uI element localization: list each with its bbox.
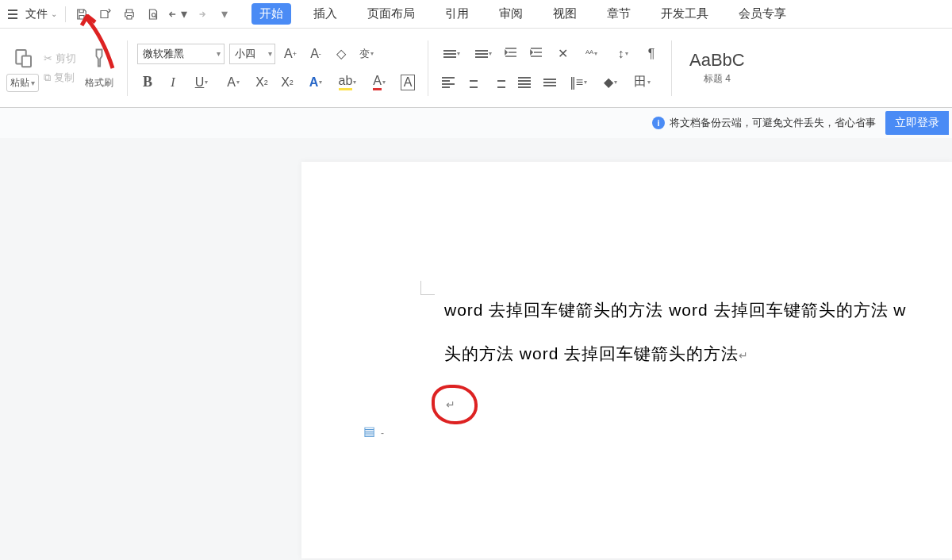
shrink-font-button[interactable]: A-: [305, 44, 326, 64]
paragraph-mark-icon: ↵: [739, 349, 749, 362]
document-area: word 去掉回车键箭头的方法 word 去掉回车键箭头的方法 w 头的方法 w…: [0, 138, 952, 560]
bullets-button[interactable]: ▾: [438, 44, 465, 64]
page-action-icon[interactable]: ▤: [363, 424, 375, 439]
undo-icon[interactable]: ▾: [166, 3, 188, 25]
separator: [671, 40, 672, 96]
char-border-button[interactable]: A: [397, 72, 418, 93]
align-left-button[interactable]: [438, 72, 459, 93]
italic-button[interactable]: I: [163, 72, 183, 93]
document-line-1: word 去掉回车键箭头的方法 word 去掉回车键箭头的方法 w: [444, 289, 936, 332]
paste-button[interactable]: 粘贴▾: [6, 74, 39, 92]
login-button[interactable]: 立即登录: [885, 111, 949, 135]
text-effects-button[interactable]: A▾: [302, 72, 329, 93]
font-size-select[interactable]: 小四▾: [229, 44, 275, 64]
file-menu[interactable]: 文件⌄: [22, 6, 60, 23]
style-heading4[interactable]: AaBbC 标题 4: [689, 50, 745, 86]
clear-format-button[interactable]: ◇: [331, 44, 351, 64]
tab-insert[interactable]: 插入: [305, 3, 345, 25]
format-painter-button[interactable]: 格式刷: [81, 74, 117, 92]
save-as-icon[interactable]: [94, 3, 117, 25]
align-justify-button[interactable]: [514, 72, 535, 93]
increase-indent-button[interactable]: [527, 44, 547, 64]
grow-font-button[interactable]: A+: [280, 44, 301, 64]
tab-references[interactable]: 引用: [437, 3, 477, 25]
distribute-button[interactable]: [539, 72, 560, 93]
info-icon: i: [652, 117, 665, 129]
phonetic-guide-button[interactable]: 变▾: [356, 44, 377, 64]
chevron-down-icon: ⌄: [51, 10, 57, 18]
separator: [65, 6, 66, 22]
sort-button[interactable]: ✕: [552, 44, 573, 64]
document-page[interactable]: word 去掉回车键箭头的方法 word 去掉回车键箭头的方法 w 头的方法 w…: [301, 162, 952, 558]
print-preview-icon[interactable]: [142, 3, 164, 25]
style-name: 标题 4: [704, 72, 731, 86]
tab-review[interactable]: 审阅: [491, 3, 531, 25]
notification-bar: i 将文档备份云端，可避免文件丢失，省心省事 立即登录: [0, 108, 952, 138]
line-spacing2-button[interactable]: ↕▾: [609, 44, 636, 64]
line-spacing-button[interactable]: ‖≡▾: [565, 72, 592, 93]
cut-button[interactable]: ✂剪切: [44, 52, 76, 66]
tab-sections[interactable]: 章节: [599, 3, 639, 25]
highlight-button[interactable]: ab▾: [334, 72, 361, 93]
ribbon-tabs: 开始 插入 页面布局 引用 审阅 视图 章节 开发工具 会员专享: [251, 0, 794, 28]
paste-label: 粘贴: [10, 76, 29, 90]
subscript-button[interactable]: X2: [277, 72, 298, 93]
margin-corner-icon: [420, 281, 435, 295]
tab-developer[interactable]: 开发工具: [653, 3, 716, 25]
redo-icon[interactable]: [190, 3, 212, 25]
annotation-circle: [432, 385, 478, 424]
superscript-button[interactable]: X2: [251, 72, 272, 93]
tab-member[interactable]: 会员专享: [731, 3, 794, 25]
text-direction-button[interactable]: ᴬᴬ▾: [578, 44, 605, 64]
file-label: 文件: [25, 7, 48, 21]
cut-label: 剪切: [56, 52, 76, 66]
more-qat-icon[interactable]: ▾: [213, 3, 236, 25]
font-size-value: 小四: [235, 47, 255, 61]
menu-icon[interactable]: [5, 6, 21, 22]
paste-icon[interactable]: [9, 44, 37, 72]
font-name-value: 微软雅黑: [143, 47, 184, 61]
tab-page-layout[interactable]: 页面布局: [359, 3, 423, 25]
print-icon[interactable]: [118, 3, 140, 25]
bold-button[interactable]: B: [137, 72, 158, 93]
copy-icon: ⧉: [44, 71, 51, 84]
clipboard-col: ✂剪切 ⧉复制: [44, 52, 76, 85]
align-right-button[interactable]: [489, 72, 509, 93]
page-action-dash: -: [381, 428, 384, 439]
tab-home[interactable]: 开始: [251, 3, 291, 25]
tab-view[interactable]: 视图: [545, 3, 585, 25]
decrease-indent-button[interactable]: [501, 44, 522, 64]
brush-icon[interactable]: [85, 44, 113, 72]
underline-button[interactable]: U▾: [188, 72, 215, 93]
chevron-down-icon: ▾: [217, 49, 221, 58]
strikethrough-button[interactable]: A▾: [220, 72, 247, 93]
copy-button[interactable]: ⧉复制: [44, 71, 76, 85]
font-name-select[interactable]: 微软雅黑▾: [137, 44, 225, 64]
borders-button[interactable]: 田▾: [628, 72, 655, 93]
ribbon: 粘贴▾ ✂剪切 ⧉复制 格式刷 微软雅黑▾ 小四▾ A+ A- ◇ 变▾ B I…: [0, 29, 952, 108]
svg-rect-2: [21, 56, 30, 67]
shading-button[interactable]: ◆▾: [597, 72, 624, 93]
document-line-2: 头的方法 word 去掉回车键箭头的方法↵: [444, 332, 936, 376]
chevron-down-icon: ▾: [31, 79, 35, 87]
cloud-backup-message: i 将文档备份云端，可避免文件丢失，省心省事: [652, 116, 876, 130]
scissors-icon: ✂: [44, 52, 52, 64]
show-marks-button[interactable]: ¶: [641, 44, 662, 64]
numbering-button[interactable]: ▾: [470, 44, 497, 64]
style-preview: AaBbC: [689, 50, 745, 71]
save-icon[interactable]: [71, 3, 93, 25]
align-center-button[interactable]: [463, 72, 484, 93]
separator: [428, 40, 428, 96]
separator: [127, 40, 128, 96]
font-color-button[interactable]: A▾: [366, 72, 393, 93]
copy-label: 复制: [54, 71, 75, 85]
notification-text: 将文档备份云端，可避免文件丢失，省心省事: [670, 116, 876, 130]
chevron-down-icon: ▾: [268, 49, 272, 58]
title-bar: 文件⌄ ▾ ▾ 开始 插入 页面布局 引用 审阅 视图 章节 开发工具 会员专享: [0, 0, 952, 29]
format-painter-group: 格式刷: [81, 44, 117, 92]
paste-group: 粘贴▾: [6, 44, 39, 92]
